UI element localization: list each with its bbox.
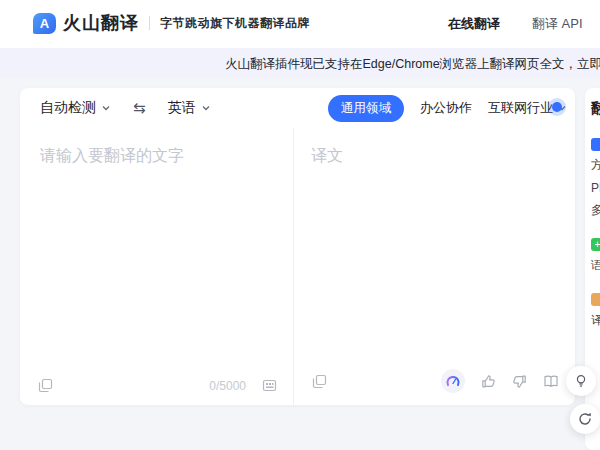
- output-tools: [441, 369, 559, 393]
- chevron-down-icon: [101, 103, 111, 113]
- nav-item-translate-api[interactable]: 翻译 API: [532, 15, 583, 33]
- refresh-button[interactable]: [570, 404, 600, 434]
- source-language-select[interactable]: 自动检测: [40, 99, 111, 117]
- add-language-icon: +: [591, 238, 600, 251]
- sidebar-line[interactable]: 译: [591, 312, 600, 329]
- lightbulb-icon: [573, 373, 589, 389]
- copy-output-icon[interactable]: [312, 374, 327, 389]
- thumbs-down-icon[interactable]: [512, 374, 527, 389]
- source-tools: 0/5000: [209, 378, 277, 393]
- header-nav: 在线翻译 翻译 API 视频翻译: [448, 0, 600, 48]
- sidebar-line[interactable]: 方: [591, 157, 600, 174]
- volcano-translate-logo-icon: A: [33, 13, 56, 34]
- char-counter: 0/5000: [209, 379, 246, 393]
- brand-name: 火山翻译: [63, 11, 139, 35]
- output-toolbar: [312, 369, 559, 393]
- right-sidebar-panel: 翻 方 PD 多 + 语 译: [585, 88, 600, 450]
- copy-source-icon[interactable]: [38, 378, 53, 393]
- blue-dot: [552, 102, 562, 112]
- output-placeholder: 译文: [311, 146, 343, 167]
- top-header: A 火山翻译 字节跳动旗下机器翻译品牌 在线翻译 翻译 API 视频翻译: [0, 0, 600, 48]
- glossary-icon[interactable]: [262, 378, 277, 393]
- translation-panes: 请输入要翻译的文字 0/5000 译文: [20, 128, 575, 405]
- target-language-label: 英语: [168, 99, 196, 117]
- sidebar-line[interactable]: PD: [591, 181, 600, 195]
- source-placeholder: 请输入要翻译的文字: [40, 146, 184, 167]
- source-language-label: 自动检测: [40, 99, 96, 117]
- sidebar-line[interactable]: 语: [591, 257, 600, 274]
- feedback-lightbulb-button[interactable]: [566, 366, 596, 396]
- tab-office-collaboration[interactable]: 办公协作: [420, 99, 472, 117]
- thumbs-up-icon[interactable]: [481, 374, 496, 389]
- sidebar-title: 翻: [591, 100, 600, 118]
- tab-general-domain[interactable]: 通用领域: [328, 95, 404, 122]
- quality-score-gauge-icon[interactable]: [441, 369, 465, 393]
- language-bar: 自动检测 ⇆ 英语: [40, 88, 211, 128]
- tab-internet-industry-label: 互联网行业: [488, 99, 553, 117]
- output-text-area: 译文: [293, 128, 575, 405]
- dictionary-book-icon[interactable]: [543, 374, 559, 389]
- refresh-icon: [577, 411, 593, 427]
- plugin-promo-banner[interactable]: 火山翻译插件现已支持在Edge/Chrome浏览器上翻译网页全文，立即安装体验吧: [0, 48, 600, 78]
- brand[interactable]: A 火山翻译 字节跳动旗下机器翻译品牌: [33, 11, 310, 35]
- guide-indicator-dot[interactable]: [548, 98, 566, 116]
- sidebar-line[interactable]: 多: [591, 202, 600, 219]
- target-language-select[interactable]: 英语: [168, 99, 211, 117]
- brand-divider: [149, 16, 150, 30]
- brand-tagline: 字节跳动旗下机器翻译品牌: [160, 15, 310, 32]
- swap-languages-icon[interactable]: ⇆: [133, 99, 146, 117]
- browser-plugin-icon: [591, 138, 600, 151]
- source-toolbar: 0/5000: [38, 378, 277, 393]
- folder-icon: [591, 293, 600, 306]
- source-text-area[interactable]: 请输入要翻译的文字 0/5000: [20, 128, 293, 405]
- translator-card: 自动检测 ⇆ 英语 通用领域 办公协作 互联网行业: [20, 88, 575, 405]
- chevron-down-icon: [201, 103, 211, 113]
- nav-item-online-translate[interactable]: 在线翻译: [448, 15, 500, 33]
- domain-tabs: 通用领域 办公协作 互联网行业: [328, 88, 567, 128]
- banner-text: 火山翻译插件现已支持在Edge/Chrome浏览器上翻译网页全文，立即安装体验吧: [225, 56, 600, 73]
- translator-toolbar: 自动检测 ⇆ 英语 通用领域 办公协作 互联网行业: [20, 88, 575, 128]
